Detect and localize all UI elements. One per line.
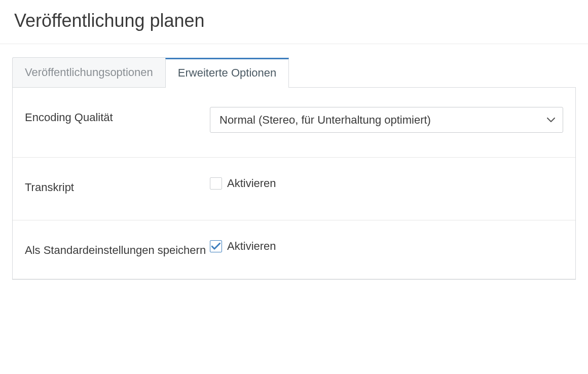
default-settings-control: Aktivieren — [210, 240, 563, 253]
default-settings-checkbox[interactable] — [210, 240, 222, 252]
transcript-control: Aktivieren — [210, 177, 563, 190]
page-title: Veröffentlichung planen — [14, 10, 574, 31]
content-area: Veröffentlichungsoptionen Erweiterte Opt… — [0, 44, 588, 280]
default-settings-checkbox-row: Aktivieren — [210, 240, 563, 253]
tab-advanced-options[interactable]: Erweiterte Optionen — [165, 58, 289, 88]
default-settings-label: Als Standardeinstellungen speichern — [25, 240, 210, 258]
encoding-label: Encoding Qualität — [25, 107, 210, 126]
encoding-control: Normal (Stereo, für Unterhaltung optimie… — [210, 107, 563, 133]
transcript-label: Transkript — [25, 177, 210, 196]
form-panel: Encoding Qualität Normal (Stereo, für Un… — [12, 87, 576, 280]
encoding-select-wrap: Normal (Stereo, für Unterhaltung optimie… — [210, 107, 563, 133]
tabs-row: Veröffentlichungsoptionen Erweiterte Opt… — [12, 57, 576, 87]
default-settings-checkbox-label[interactable]: Aktivieren — [227, 240, 276, 253]
tab-label: Erweiterte Optionen — [178, 66, 276, 79]
transcript-checkbox[interactable] — [210, 177, 222, 190]
transcript-section: Transkript Aktivieren — [13, 158, 575, 220]
default-settings-section: Als Standardeinstellungen speichern Akti… — [13, 220, 575, 279]
transcript-checkbox-label[interactable]: Aktivieren — [227, 177, 276, 190]
encoding-select[interactable]: Normal (Stereo, für Unterhaltung optimie… — [210, 107, 563, 133]
page-header: Veröffentlichung planen — [0, 0, 588, 44]
tab-publish-options[interactable]: Veröffentlichungsoptionen — [12, 57, 165, 87]
transcript-checkbox-row: Aktivieren — [210, 177, 563, 190]
encoding-section: Encoding Qualität Normal (Stereo, für Un… — [13, 88, 575, 158]
tab-label: Veröffentlichungsoptionen — [25, 66, 153, 79]
